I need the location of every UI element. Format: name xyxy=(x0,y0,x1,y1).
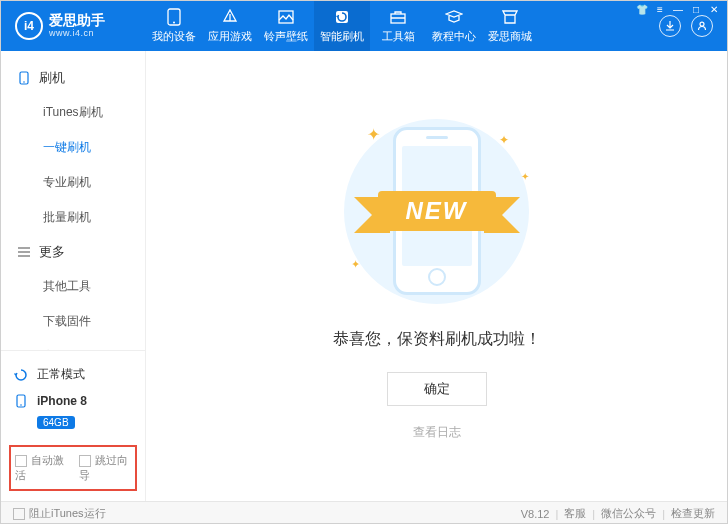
footer-wechat-link[interactable]: 微信公众号 xyxy=(601,506,656,521)
section-title: 刷机 xyxy=(39,69,65,87)
store-icon xyxy=(501,8,519,26)
svg-point-9 xyxy=(20,404,22,406)
window-controls: 👕 ≡ — □ ✕ xyxy=(634,2,722,16)
logo-mark: i4 xyxy=(15,12,43,40)
view-log-link[interactable]: 查看日志 xyxy=(413,424,461,441)
picture-icon xyxy=(277,8,295,26)
tutorial-icon xyxy=(445,8,463,26)
options-highlight-box: 自动激活 跳过向导 xyxy=(9,445,137,491)
nav-ringtones[interactable]: 铃声壁纸 xyxy=(258,1,314,51)
ok-button[interactable]: 确定 xyxy=(387,372,487,406)
nav-label: 智能刷机 xyxy=(320,29,364,44)
nav-tutorials[interactable]: 教程中心 xyxy=(426,1,482,51)
sidebar-item-other-tools[interactable]: 其他工具 xyxy=(1,269,145,304)
nav-apps[interactable]: 应用游戏 xyxy=(202,1,258,51)
nav-label: 爱思商城 xyxy=(488,29,532,44)
skip-wizard-checkbox[interactable]: 跳过向导 xyxy=(79,453,131,483)
footer-update-link[interactable]: 检查更新 xyxy=(671,506,715,521)
sidebar-item-download-firmware[interactable]: 下载固件 xyxy=(1,304,145,339)
flash-icon xyxy=(333,8,351,26)
close-button[interactable]: ✕ xyxy=(706,2,722,16)
apps-icon xyxy=(221,8,239,26)
nav-flash[interactable]: 智能刷机 xyxy=(314,1,370,51)
app-header: i4 爱思助手 www.i4.cn 我的设备 应用游戏 铃声壁纸 智能刷机 工具… xyxy=(1,1,727,51)
footer-support-link[interactable]: 客服 xyxy=(564,506,586,521)
sidebar-item-itunes-flash[interactable]: iTunes刷机 xyxy=(1,95,145,130)
maximize-button[interactable]: □ xyxy=(688,2,704,16)
more-icon xyxy=(17,245,31,259)
main-panel: ✦ ✦ ✦ ✦ NEW 恭喜您，保资料刷机成功啦！ 确定 查看日志 xyxy=(146,51,727,501)
nav-label: 教程中心 xyxy=(432,29,476,44)
new-ribbon: NEW xyxy=(342,183,532,239)
prevent-itunes-checkbox[interactable]: 阻止iTunes运行 xyxy=(13,506,106,521)
svg-point-1 xyxy=(173,22,175,24)
nav-label: 工具箱 xyxy=(382,29,415,44)
status-bar: 阻止iTunes运行 V8.12 | 客服 | 微信公众号 | 检查更新 xyxy=(1,501,727,524)
device-mode-label: 正常模式 xyxy=(37,366,85,383)
device-name: iPhone 8 xyxy=(37,394,87,408)
nav-label: 铃声壁纸 xyxy=(264,29,308,44)
nav-store[interactable]: 爱思商城 xyxy=(482,1,538,51)
storage-badge: 64GB xyxy=(37,416,75,429)
svg-point-5 xyxy=(700,22,704,26)
user-button[interactable] xyxy=(691,15,713,37)
version-label: V8.12 xyxy=(521,508,550,520)
device-row[interactable]: iPhone 8 xyxy=(13,388,133,414)
app-title: 爱思助手 xyxy=(49,13,105,28)
sidebar-item-advanced[interactable]: 高级功能 xyxy=(1,339,145,350)
sidebar-item-oneclick-flash[interactable]: 一键刷机 xyxy=(1,130,145,165)
refresh-icon xyxy=(13,367,29,383)
top-nav: 我的设备 应用游戏 铃声壁纸 智能刷机 工具箱 教程中心 爱思商城 xyxy=(146,1,645,51)
nav-toolbox[interactable]: 工具箱 xyxy=(370,1,426,51)
menu-button[interactable]: ≡ xyxy=(652,2,668,16)
phone-icon xyxy=(13,393,29,409)
sidebar-item-batch-flash[interactable]: 批量刷机 xyxy=(1,200,145,235)
device-mode-row[interactable]: 正常模式 xyxy=(13,361,133,388)
success-illustration: ✦ ✦ ✦ ✦ NEW xyxy=(327,111,547,311)
sidebar: 刷机 iTunes刷机 一键刷机 专业刷机 批量刷机 更多 其他工具 下载固件 … xyxy=(1,51,146,501)
svg-point-7 xyxy=(23,81,25,83)
device-icon xyxy=(165,8,183,26)
sidebar-section-more[interactable]: 更多 xyxy=(1,235,145,269)
nav-label: 应用游戏 xyxy=(208,29,252,44)
minimize-button[interactable]: — xyxy=(670,2,686,16)
logo-block: i4 爱思助手 www.i4.cn xyxy=(1,12,146,40)
sidebar-section-flash[interactable]: 刷机 xyxy=(1,61,145,95)
download-button[interactable] xyxy=(659,15,681,37)
phone-icon xyxy=(17,71,31,85)
sidebar-item-pro-flash[interactable]: 专业刷机 xyxy=(1,165,145,200)
success-message: 恭喜您，保资料刷机成功啦！ xyxy=(333,329,541,350)
toolbox-icon xyxy=(389,8,407,26)
skin-button[interactable]: 👕 xyxy=(634,2,650,16)
app-url: www.i4.cn xyxy=(49,29,105,39)
nav-my-device[interactable]: 我的设备 xyxy=(146,1,202,51)
auto-activate-checkbox[interactable]: 自动激活 xyxy=(15,453,67,483)
section-title: 更多 xyxy=(39,243,65,261)
nav-label: 我的设备 xyxy=(152,29,196,44)
